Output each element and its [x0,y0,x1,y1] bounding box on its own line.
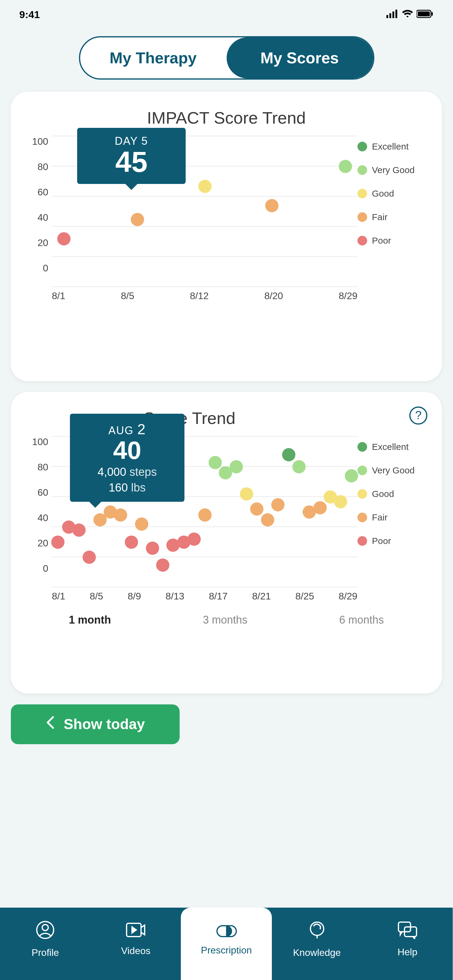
video-icon [126,922,146,942]
data-point[interactable] [250,502,264,515]
nav-knowledge[interactable]: Knowledge [272,908,362,980]
range-1month[interactable]: 1 month [69,614,111,627]
x-tick: 8/17 [209,591,227,602]
data-point[interactable] [334,495,348,508]
data-point[interactable] [261,513,274,526]
data-point[interactable] [240,487,253,501]
bottom-nav: Profile Videos Prescription Knowledge He… [0,908,453,980]
profile-icon [36,920,55,943]
status-time: 9:41 [19,9,40,21]
chart2-tooltip: AUG 2 40 4,000 steps 160 lbs [70,414,184,502]
nav-label: Prescription [201,945,252,956]
score-trend-card: ? Score Trend AUG 2 40 4,000 steps 160 l… [11,392,442,694]
tooltip-steps: 4,000 steps [81,466,173,479]
svg-rect-3 [396,10,397,18]
data-point[interactable] [156,558,169,571]
data-point[interactable] [265,199,278,212]
pill-icon [216,922,237,942]
nav-profile[interactable]: Profile [0,908,91,980]
legend-label: Poor [372,235,391,245]
chart1-legend: Excellent Very Good Good Fair Poor [358,136,430,287]
tab-my-scores[interactable]: My Scores [226,37,373,78]
tooltip-date: AUG 2 [81,421,173,438]
data-point[interactable] [114,508,127,522]
data-point[interactable] [198,508,211,522]
data-point[interactable] [339,160,352,173]
signal-icon [386,9,399,21]
chevron-left-icon [46,716,54,733]
nav-prescription[interactable]: Prescription [181,908,272,980]
tooltip-value: 45 [88,148,175,177]
range-3months[interactable]: 3 months [203,614,248,627]
y-tick: 80 [37,462,48,473]
data-point[interactable] [292,460,306,473]
data-point[interactable] [188,533,201,546]
data-point[interactable] [345,469,358,482]
y-tick: 80 [37,162,48,172]
data-point[interactable] [208,456,222,469]
segmented-control: My Therapy My Scores [79,36,374,80]
chat-icon [397,921,418,943]
tooltip-weight: 160 lbs [81,481,173,495]
data-point[interactable] [72,523,86,537]
y-tick: 0 [43,263,48,274]
data-point[interactable] [282,448,295,461]
chart1-tooltip: DAY 5 45 [77,128,186,184]
nav-label: Knowledge [293,947,340,958]
show-today-button[interactable]: Show today [11,705,180,744]
legend-label: Fair [372,212,388,222]
data-point[interactable] [135,517,148,531]
svg-rect-1 [389,13,391,18]
data-point[interactable] [313,501,326,514]
nav-videos[interactable]: Videos [91,908,181,980]
x-tick: 8/13 [165,591,184,602]
data-point[interactable] [131,213,144,226]
svg-point-8 [42,924,48,930]
tooltip-value: 40 [81,438,173,463]
x-tick: 8/1 [52,591,65,602]
legend-label: Good [372,188,394,199]
range-selector: 1 month 3 months 6 months [23,614,430,627]
svg-rect-6 [432,12,433,16]
legend-label: Very Good [372,165,415,175]
brain-icon [307,920,326,943]
data-point[interactable] [125,536,138,549]
legend-label: Very Good [372,465,415,475]
range-6months[interactable]: 6 months [339,614,384,627]
data-point[interactable] [146,542,159,555]
data-point[interactable] [83,550,96,564]
data-point[interactable] [198,180,211,192]
legend-label: Good [372,488,394,499]
data-point[interactable] [57,232,71,245]
x-tick: 8/9 [128,591,141,602]
svg-rect-2 [393,11,394,18]
legend-label: Poor [372,536,391,546]
legend-label: Excellent [372,141,409,151]
data-point[interactable] [271,498,285,511]
nav-label: Help [397,947,417,958]
x-tick: 8/5 [121,291,134,302]
legend-label: Fair [372,512,388,522]
nav-help[interactable]: Help [362,908,453,980]
nav-label: Videos [121,945,150,956]
chart1-y-axis: 100 80 60 40 20 0 [23,136,52,287]
battery-icon [416,9,433,21]
x-tick: 8/1 [52,291,65,302]
chart2-x-axis: 8/1 8/5 8/9 8/13 8/17 8/21 8/25 8/29 [52,587,358,602]
tab-my-therapy[interactable]: My Therapy [80,37,226,78]
y-tick: 40 [37,212,48,223]
x-tick: 8/25 [296,591,314,602]
nav-label: Profile [32,947,59,958]
y-tick: 100 [32,136,48,147]
status-bar: 9:41 [0,0,453,30]
x-tick: 8/5 [90,591,103,602]
y-tick: 20 [37,538,48,549]
y-tick: 40 [37,512,48,523]
chart1-title: IMPACT Score Trend [23,108,430,128]
help-icon[interactable]: ? [409,406,428,425]
data-point[interactable] [229,460,243,473]
data-point[interactable] [51,536,65,549]
y-tick: 100 [32,437,48,447]
legend-label: Excellent [372,441,409,452]
x-tick: 8/29 [339,591,358,602]
